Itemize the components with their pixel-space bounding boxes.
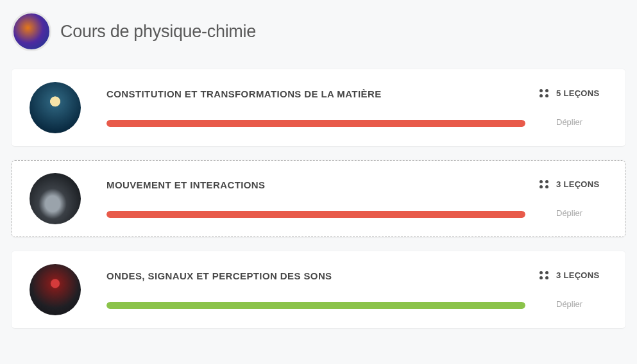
section-main: MOUVEMENT ET INTERACTIONS — [106, 179, 525, 218]
course-avatar — [12, 12, 51, 51]
section-avatar — [30, 82, 81, 133]
section-title: CONSTITUTION ET TRANSFORMATIONS DE LA MA… — [106, 88, 525, 99]
section-side: 3 LEÇONS Déplier — [539, 179, 610, 218]
section-card[interactable]: MOUVEMENT ET INTERACTIONS 3 LEÇONS Dépli… — [12, 160, 625, 237]
section-side: 3 LEÇONS Déplier — [539, 270, 610, 309]
expand-button[interactable]: Déplier — [556, 117, 582, 127]
progress-fill — [106, 302, 525, 309]
lesson-count: 3 LEÇONS — [556, 179, 599, 189]
section-title: MOUVEMENT ET INTERACTIONS — [106, 179, 525, 190]
course-sections-list: CONSTITUTION ET TRANSFORMATIONS DE LA MA… — [0, 69, 637, 328]
drag-handle-icon[interactable] — [539, 271, 548, 280]
lesson-count: 3 LEÇONS — [556, 270, 599, 280]
section-card[interactable]: ONDES, SIGNAUX ET PERCEPTION DES SONS 3 … — [12, 251, 625, 328]
progress-bar — [106, 211, 525, 218]
drag-handle-icon[interactable] — [539, 180, 548, 189]
lesson-count-row: 5 LEÇONS — [539, 88, 599, 98]
progress-bar — [106, 120, 525, 127]
section-main: CONSTITUTION ET TRANSFORMATIONS DE LA MA… — [106, 88, 525, 127]
section-avatar — [30, 264, 81, 315]
expand-button[interactable]: Déplier — [556, 208, 582, 218]
progress-bar — [106, 302, 525, 309]
section-avatar — [30, 173, 81, 224]
progress-fill — [106, 211, 525, 218]
section-side: 5 LEÇONS Déplier — [539, 88, 610, 127]
page-title: Cours de physique-chimie — [60, 22, 256, 42]
section-card[interactable]: CONSTITUTION ET TRANSFORMATIONS DE LA MA… — [12, 69, 625, 146]
page-header: Cours de physique-chimie — [0, 0, 637, 69]
lesson-count: 5 LEÇONS — [556, 88, 599, 98]
drag-handle-icon[interactable] — [539, 89, 548, 98]
lesson-count-row: 3 LEÇONS — [539, 270, 599, 280]
section-title: ONDES, SIGNAUX ET PERCEPTION DES SONS — [106, 270, 525, 281]
expand-button[interactable]: Déplier — [556, 299, 582, 309]
lesson-count-row: 3 LEÇONS — [539, 179, 599, 189]
progress-fill — [106, 120, 525, 127]
section-main: ONDES, SIGNAUX ET PERCEPTION DES SONS — [106, 270, 525, 309]
